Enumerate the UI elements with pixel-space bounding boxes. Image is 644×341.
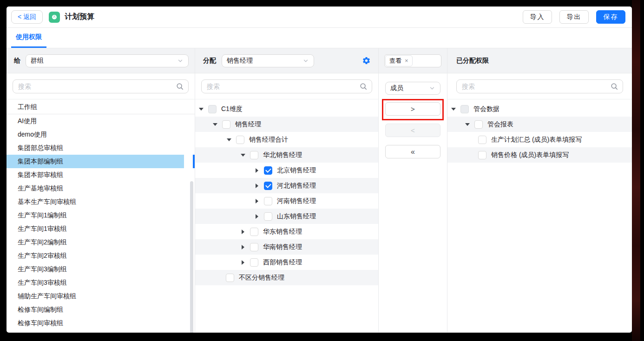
tree-row[interactable]: 北京销售经理: [195, 163, 378, 178]
checkbox-unchecked[interactable]: [250, 258, 258, 267]
collapse-arrow-icon[interactable]: [240, 152, 246, 158]
group-panel: 给 群组 工作组: [7, 48, 195, 332]
app-window: < 返回 计划预算 导入 导出 保存 使用权限: [7, 7, 632, 333]
screenshot-stage: < 返回 计划预算 导入 导出 保存 使用权限: [0, 0, 644, 341]
group-search-input[interactable]: [13, 79, 189, 93]
tree-row[interactable]: 销售价格 (成员)表单填报写: [447, 147, 632, 163]
member-type-select[interactable]: 成员: [385, 82, 440, 95]
tree-row[interactable]: 河南销售经理: [195, 193, 378, 209]
list-item[interactable]: 生产车间2编制组: [7, 236, 184, 249]
app-header: < 返回 计划预算 导入 导出 保存: [7, 7, 632, 28]
list-item[interactable]: 基本生产车间审核组: [7, 195, 184, 209]
save-button[interactable]: 保存: [596, 10, 625, 24]
assign-right-button[interactable]: >: [385, 102, 440, 116]
expand-arrow-icon[interactable]: [240, 259, 246, 266]
tree-row[interactable]: 河北销售经理: [195, 178, 378, 193]
import-button[interactable]: 导入: [523, 10, 552, 24]
permission-tag: 查看 ×: [385, 55, 413, 66]
assigned-search-input[interactable]: [456, 79, 623, 93]
checkbox-unchecked[interactable]: [222, 120, 230, 129]
unassign-left-button[interactable]: <: [385, 124, 440, 137]
remove-tag-icon[interactable]: ×: [405, 57, 408, 64]
collapse-arrow-icon[interactable]: [212, 121, 218, 128]
collapse-arrow-icon[interactable]: [226, 137, 232, 143]
tree-row-label: 山东销售经理: [277, 212, 316, 221]
target-type-value: 群组: [31, 57, 44, 65]
checkbox-checked[interactable]: [264, 182, 272, 190]
list-item[interactable]: 生产车间1编制组: [7, 209, 184, 222]
expand-arrow-icon[interactable]: [254, 167, 260, 174]
list-item[interactable]: 检修车间审核组: [7, 316, 184, 330]
tree-row[interactable]: 销售经理合计: [195, 132, 378, 147]
list-item[interactable]: 生产车间1审核组: [7, 222, 184, 236]
tree-row[interactable]: 山东销售经理: [195, 209, 378, 224]
tree-row[interactable]: 西部销售经理: [195, 255, 378, 270]
list-item-selected[interactable]: 集团本部编制组: [7, 155, 184, 168]
list-item[interactable]: 生产基地审核组: [7, 182, 184, 195]
tree-row[interactable]: 华东销售经理: [195, 224, 378, 239]
list-item[interactable]: 生产车间3审核组: [7, 276, 184, 289]
dimension-value: 销售经理: [227, 57, 253, 65]
checkbox-unchecked[interactable]: [264, 212, 272, 221]
checkbox-unchecked[interactable]: [250, 151, 258, 159]
checkbox-unchecked[interactable]: [236, 136, 244, 144]
tree-row-label: 销售经理合计: [249, 136, 288, 144]
list-item[interactable]: AI使用: [7, 114, 184, 128]
tree-row[interactable]: 生产计划汇总 (成员)表单填报写: [447, 132, 632, 147]
permission-filter-box[interactable]: 查看 ×: [384, 54, 441, 67]
checkbox-unchecked[interactable]: [478, 151, 486, 159]
tree-row[interactable]: 华北销售经理: [195, 147, 378, 163]
desktop-wallpaper-strip: [632, 0, 640, 341]
tree-row[interactable]: 管会数据: [447, 101, 632, 117]
checkbox-unchecked[interactable]: [250, 243, 258, 251]
header-actions: 导入 导出 保存: [515, 10, 625, 24]
scrollbar-thumb[interactable]: [190, 181, 193, 333]
tree-row[interactable]: 管会报表: [447, 117, 632, 132]
checkbox-checked[interactable]: [264, 166, 272, 175]
back-button[interactable]: < 返回: [11, 10, 43, 24]
tree-row[interactable]: C1维度: [195, 101, 378, 117]
tree-row-label: 华北销售经理: [263, 151, 302, 159]
checkbox-gray[interactable]: [460, 105, 469, 113]
tree-row-label: C1维度: [221, 105, 243, 113]
list-item[interactable]: 生产车间2审核组: [7, 249, 184, 262]
checkbox-unchecked[interactable]: [226, 274, 234, 282]
list-item[interactable]: 集团本部审核组: [7, 168, 184, 182]
tree-row-label: 生产计划汇总 (成员)表单填报写: [491, 136, 582, 144]
tree-row-label: 西部销售经理: [263, 258, 302, 267]
checkbox-unchecked[interactable]: [250, 228, 258, 236]
list-item[interactable]: demo使用: [7, 128, 184, 141]
tree-row[interactable]: 华南销售经理: [195, 239, 378, 255]
assigned-permission-panel: 已分配权限 管会数据 管会报表 生产计划汇总 (成员)表单填报写: [447, 48, 632, 332]
checkbox-unchecked[interactable]: [264, 197, 272, 205]
remove-all-button[interactable]: «: [385, 145, 440, 158]
tree-row-label: 不区分销售经理: [239, 274, 284, 282]
checkbox-gray[interactable]: [208, 105, 217, 113]
list-item[interactable]: 辅助生产车间审核组: [7, 289, 184, 303]
group-list-header: 工作组: [7, 99, 195, 114]
collapse-arrow-icon[interactable]: [450, 106, 457, 112]
permission-tag-label: 查看: [389, 57, 401, 65]
dimension-select[interactable]: 销售经理: [222, 54, 314, 67]
tree-row[interactable]: 不区分销售经理: [195, 270, 378, 285]
list-item[interactable]: 检修车间编制组: [7, 303, 184, 316]
tree-row[interactable]: 销售经理: [195, 117, 378, 132]
expand-arrow-icon[interactable]: [254, 213, 260, 220]
assigned-permission-tree: 管会数据 管会报表 生产计划汇总 (成员)表单填报写 销售价格 (成员)表单填报…: [447, 99, 632, 163]
list-item[interactable]: 生产车间3编制组: [7, 262, 184, 276]
expand-arrow-icon[interactable]: [240, 244, 246, 250]
target-type-select[interactable]: 群组: [26, 54, 189, 67]
list-item[interactable]: 集团部总审核组: [7, 141, 184, 155]
collapse-arrow-icon[interactable]: [464, 121, 471, 128]
dimension-search-input[interactable]: [201, 79, 372, 93]
expand-arrow-icon[interactable]: [254, 198, 260, 204]
expand-arrow-icon[interactable]: [240, 229, 246, 235]
tab-usage-permission[interactable]: 使用权限: [11, 28, 46, 48]
settings-gear-icon[interactable]: [362, 56, 371, 65]
collapse-arrow-icon[interactable]: [198, 106, 204, 112]
transfer-panel: 查看 × 成员 > < «: [379, 48, 447, 332]
checkbox-unchecked[interactable]: [474, 120, 483, 129]
expand-arrow-icon[interactable]: [254, 183, 260, 189]
export-button[interactable]: 导出: [559, 10, 589, 24]
checkbox-unchecked[interactable]: [478, 136, 486, 144]
